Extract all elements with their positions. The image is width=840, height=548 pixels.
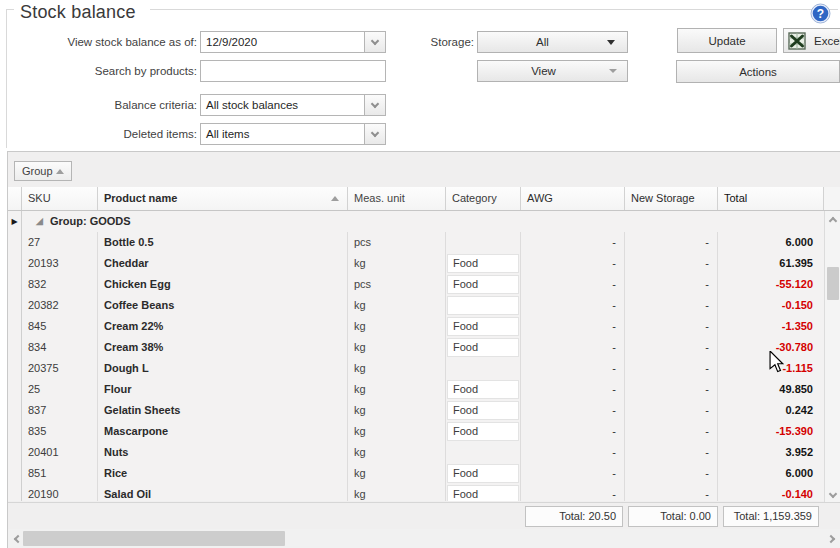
sku-cell: 837	[22, 400, 98, 421]
header-new-storage[interactable]: New Storage	[625, 187, 718, 210]
svg-text:?: ?	[817, 7, 824, 21]
meas-unit-cell: kg	[348, 463, 446, 484]
actions-button[interactable]: Actions	[676, 60, 840, 83]
total-cell: -0.150	[718, 295, 821, 316]
table-row[interactable]: 835MascarponekgFood---15.390	[8, 421, 824, 442]
category-editor[interactable]: Food	[447, 254, 519, 273]
row-indicator-cell	[8, 463, 22, 484]
scroll-up-button[interactable]	[825, 211, 840, 227]
table-row[interactable]: 832Chicken EggpcsFood---55.120	[8, 274, 824, 295]
table-row[interactable]: 27Bottle 0.5pcs--6.000	[8, 232, 824, 253]
table-row[interactable]: 20375Dough Lkg---1.115	[8, 358, 824, 379]
update-button[interactable]: Update	[677, 28, 777, 53]
total-cell: -0.140	[718, 484, 821, 501]
sku-cell: 20382	[22, 295, 98, 316]
header-product-name[interactable]: Product name	[98, 187, 348, 210]
category-editor[interactable]: Food	[447, 317, 519, 336]
category-editor[interactable]: Food	[447, 401, 519, 420]
search-input[interactable]	[200, 60, 386, 82]
sort-ascending-icon	[331, 196, 339, 201]
table-row[interactable]: 837Gelatin SheetskgFood--0.242	[8, 400, 824, 421]
category-editor[interactable]: Food	[447, 380, 519, 399]
horizontal-scroll-thumb[interactable]	[23, 531, 285, 546]
awg-cell: -	[521, 295, 625, 316]
product-name-cell: Gelatin Sheets	[98, 400, 348, 421]
group-expand-icon[interactable]: ◢	[36, 211, 43, 232]
deleted-items-dropdown-button[interactable]	[364, 124, 385, 144]
vertical-scrollbar[interactable]	[824, 211, 840, 503]
date-value: 12/9/2020	[201, 36, 364, 48]
category-editor[interactable]: Food	[447, 338, 519, 357]
header-sku[interactable]: SKU	[22, 187, 98, 210]
category-cell	[446, 295, 521, 316]
sku-cell: 845	[22, 316, 98, 337]
meas-unit-cell: pcs	[348, 232, 446, 253]
total-cell: -1.350	[718, 316, 821, 337]
new-storage-cell: -	[625, 379, 718, 400]
category-editor[interactable]: Food	[447, 275, 519, 294]
category-editor[interactable]: Food	[447, 464, 519, 483]
panel-border	[6, 9, 14, 10]
group-row[interactable]: ▶ ◢Group: GOODS	[8, 211, 824, 232]
product-name-cell: Rice	[98, 463, 348, 484]
category-cell: Food	[446, 400, 521, 421]
total-cell: 6.000	[718, 232, 821, 253]
table-row[interactable]: 845Cream 22%kgFood---1.350	[8, 316, 824, 337]
table-row[interactable]: 20190Salad OilkgFood---0.140	[8, 484, 824, 501]
total-cell: 6.000	[718, 463, 821, 484]
product-name-cell: Chicken Egg	[98, 274, 348, 295]
balance-criteria-combo[interactable]: All stock balances	[200, 94, 386, 116]
new-storage-cell: -	[625, 463, 718, 484]
row-indicator-cell	[8, 379, 22, 400]
header-product-name-label: Product name	[104, 192, 177, 204]
table-row[interactable]: 851RicekgFood--6.000	[8, 463, 824, 484]
excel-export-button[interactable]: Excel	[783, 28, 840, 53]
total-cell: 3.952	[718, 442, 821, 463]
product-name-cell: Cream 38%	[98, 337, 348, 358]
header-awg[interactable]: AWG	[521, 187, 625, 210]
category-cell	[446, 232, 521, 253]
grid-body: ▶ ◢Group: GOODS 27Bottle 0.5pcs--6.00020…	[8, 211, 824, 501]
row-indicator-cell	[8, 274, 22, 295]
table-row[interactable]: 20382Coffee Beanskg---0.150	[8, 295, 824, 316]
meas-unit-cell: kg	[348, 400, 446, 421]
new-storage-cell: -	[625, 421, 718, 442]
scroll-down-button[interactable]	[825, 487, 840, 503]
storage-dropdown[interactable]: All	[477, 31, 628, 53]
group-by-chip[interactable]: Group	[14, 161, 72, 181]
table-row[interactable]: 20401Nutskg--3.952	[8, 442, 824, 463]
table-row[interactable]: 834Cream 38%kgFood---30.780	[8, 337, 824, 358]
help-icon[interactable]: ?	[810, 3, 831, 24]
table-row[interactable]: 25FlourkgFood--49.850	[8, 379, 824, 400]
table-row[interactable]: 20193CheddarkgFood--61.395	[8, 253, 824, 274]
category-editor[interactable]: Food	[447, 485, 519, 501]
row-indicator-cell	[8, 295, 22, 316]
awg-cell: -	[521, 400, 625, 421]
deleted-items-combo[interactable]: All items	[200, 123, 386, 145]
header-meas-unit[interactable]: Meas. unit	[348, 187, 446, 210]
horizontal-scrollbar[interactable]	[8, 529, 840, 548]
awg-cell: -	[521, 442, 625, 463]
page-title: Stock balance	[16, 2, 140, 23]
category-editor[interactable]: Food	[447, 422, 519, 441]
scroll-left-button[interactable]	[8, 529, 24, 548]
vertical-scroll-thumb[interactable]	[827, 267, 839, 300]
scroll-right-button[interactable]	[824, 529, 840, 548]
date-label: View stock balance as of:	[0, 31, 197, 53]
view-dropdown[interactable]: View	[477, 60, 628, 82]
header-category[interactable]: Category	[446, 187, 521, 210]
meas-unit-cell: kg	[348, 253, 446, 274]
product-name-cell: Coffee Beans	[98, 295, 348, 316]
balance-criteria-dropdown-button[interactable]	[364, 95, 385, 115]
header-total[interactable]: Total	[718, 187, 821, 210]
category-cell: Food	[446, 421, 521, 442]
sku-cell: 20401	[22, 442, 98, 463]
row-indicator-cell	[8, 337, 22, 358]
search-label: Search by products:	[0, 60, 197, 82]
stock-balance-window: Stock balance ? View stock balance as of…	[0, 0, 840, 548]
total-cell: -55.120	[718, 274, 821, 295]
category-editor[interactable]	[447, 296, 519, 315]
date-combo[interactable]: 12/9/2020	[200, 31, 386, 53]
row-indicator-cell	[8, 253, 22, 274]
new-storage-cell: -	[625, 253, 718, 274]
